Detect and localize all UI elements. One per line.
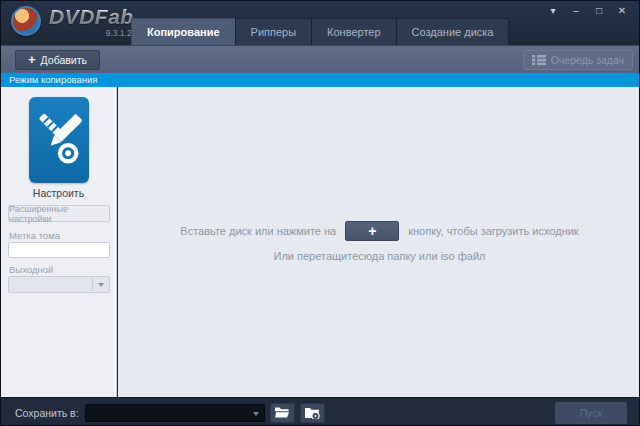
hint-line-1: Вставьте диск или нажмите на + кнопку, ч…	[118, 221, 640, 241]
mode-bar-label: Режим копирования	[9, 73, 97, 87]
save-to-label: Сохранить в:	[15, 407, 79, 419]
tab-converter[interactable]: Конвертер	[311, 18, 396, 45]
toolbar: + Добавить Очередь задач	[1, 45, 639, 73]
minimize-icon[interactable]: –	[569, 4, 583, 18]
customize-label: Настроить	[1, 187, 116, 199]
add-source-button[interactable]: + Добавить	[15, 50, 100, 70]
plus-icon: +	[28, 53, 36, 66]
save-path-combobox[interactable]	[85, 404, 265, 422]
dropdown-arrow-icon	[92, 278, 108, 291]
brand-wordmark: DVDFab 9.3.1.2	[49, 6, 134, 38]
close-icon[interactable]: ✕	[615, 4, 629, 18]
tab-copy[interactable]: Копирование	[131, 18, 236, 45]
monkey-logo-icon	[11, 6, 41, 36]
menu-chevron-icon[interactable]: ▾	[546, 4, 560, 18]
customize-tile-button[interactable]	[29, 97, 89, 183]
tab-create-disc[interactable]: Создание диска	[396, 18, 510, 45]
add-source-label: Добавить	[41, 54, 87, 66]
open-folder-icon	[274, 406, 290, 419]
sidebar: Настроить Расширенные настройки Метка то…	[1, 87, 117, 397]
volume-input[interactable]	[8, 242, 110, 258]
advanced-settings-button[interactable]: Расширенные настройки	[8, 205, 110, 222]
browse-folder-button[interactable]	[270, 403, 295, 423]
drop-hint: Вставьте диск или нажмите на + кнопку, ч…	[118, 221, 640, 262]
combo-arrow-icon	[253, 412, 259, 416]
hint-text-after: кнопку, чтобы загрузить исходник	[408, 225, 578, 237]
output-select[interactable]	[8, 276, 110, 293]
brand-name: DVDFab	[49, 6, 134, 27]
volume-label: Метка тома	[9, 230, 60, 241]
content-area: Вставьте диск или нажмите на + кнопку, ч…	[118, 87, 640, 397]
start-button[interactable]: Пуск	[555, 402, 627, 424]
hint-text-before: Вставьте диск или нажмите на	[180, 225, 336, 237]
task-queue-label: Очередь задач	[551, 54, 624, 66]
version-label: 9.3.1.2	[49, 29, 134, 38]
tab-rippers[interactable]: Рипперы	[235, 18, 313, 45]
mode-bar: Режим копирования	[1, 73, 639, 87]
maximize-icon[interactable]: □	[592, 4, 606, 18]
main-tabs: Копирование Рипперы Конвертер Создание д…	[131, 18, 508, 45]
task-list-icon	[532, 54, 546, 66]
hint-line-2: Или перетащитесюда папку или iso файл	[118, 250, 640, 262]
output-label: Выходной	[9, 264, 53, 275]
task-queue-button[interactable]: Очередь задач	[523, 50, 633, 70]
folder-disc-icon	[304, 406, 320, 419]
titlebar: DVDFab 9.3.1.2 ▾ – □ ✕ Копирование Риппе…	[1, 1, 639, 45]
window-controls: ▾ – □ ✕	[546, 4, 629, 18]
app-window: DVDFab 9.3.1.2 ▾ – □ ✕ Копирование Риппе…	[0, 0, 640, 426]
open-disc-folder-button[interactable]	[300, 403, 325, 423]
footer-bar: Сохранить в: Пуск	[1, 397, 639, 426]
pencil-ruler-disc-icon	[36, 106, 82, 174]
add-source-plus-button[interactable]: +	[345, 221, 399, 241]
app-logo: DVDFab 9.3.1.2	[11, 6, 134, 38]
